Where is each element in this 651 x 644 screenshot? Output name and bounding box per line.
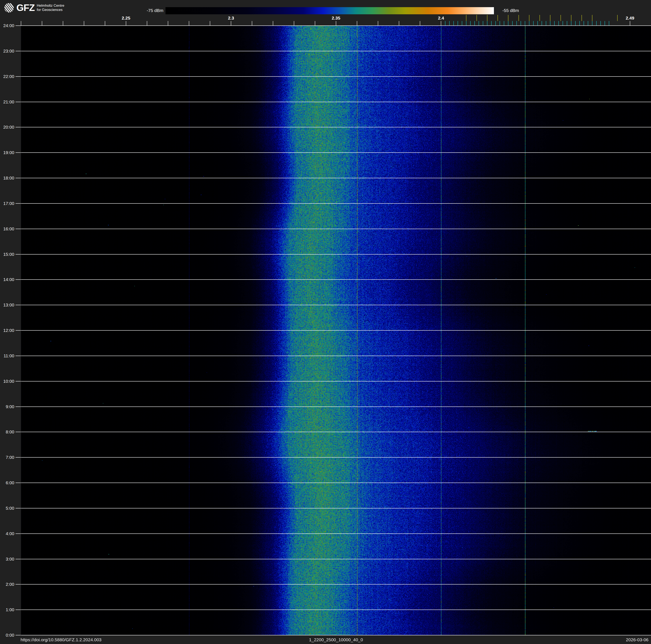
- hour-gridline: [21, 254, 651, 255]
- ble-channel-tick: [537, 21, 538, 26]
- freq-tick: [42, 21, 42, 26]
- hour-gridline: [21, 584, 651, 585]
- time-tick: [16, 508, 21, 508]
- time-tick-label: 16:00: [0, 226, 14, 231]
- time-tick-label: 17:00: [0, 201, 14, 206]
- freq-tick: [147, 21, 147, 26]
- freq-tick: [126, 21, 126, 26]
- wifi-channel-tick: [476, 15, 477, 21]
- ble-channel-tick: [483, 21, 483, 26]
- time-tick-label: 1:00: [0, 607, 14, 612]
- time-tick-label: 22:00: [0, 74, 14, 79]
- time-tick-label: 4:00: [0, 531, 14, 536]
- freq-tick-label: 2.25: [122, 16, 130, 21]
- time-tick: [16, 407, 21, 407]
- ble-channel-tick: [571, 21, 571, 26]
- time-tick-label: 3:00: [0, 557, 14, 562]
- gfz-logo-subtitle-line1: Helmholtz Centre: [37, 4, 64, 8]
- freq-tick: [336, 21, 336, 26]
- ble-channel-tick: [512, 21, 513, 26]
- time-tick: [16, 203, 21, 204]
- wifi-channel-tick: [571, 15, 571, 21]
- ble-channel-tick: [558, 21, 559, 26]
- time-tick-label: 5:00: [0, 506, 14, 511]
- ble-channel-tick: [487, 21, 488, 26]
- time-tick: [16, 127, 21, 127]
- time-tick-label: 18:00: [0, 176, 14, 180]
- time-tick: [16, 305, 21, 305]
- time-tick: [16, 610, 21, 610]
- hour-gridline: [21, 559, 651, 559]
- ble-channel-tick: [584, 21, 584, 26]
- doi-link: https://doi.org/10.5880/GFZ.1.2.2024.003: [21, 637, 101, 642]
- time-tick-label: 15:00: [0, 252, 14, 257]
- time-tick-label: 7:00: [0, 455, 14, 460]
- ble-channel-tick: [550, 21, 550, 26]
- colorbar: [165, 7, 494, 14]
- dataset-id-label: 1_2200_2500_10000_40_0: [309, 637, 363, 642]
- date-label: 2026-03-06: [626, 637, 649, 642]
- wifi-channel-tick: [582, 15, 582, 21]
- ble-channel-tick: [491, 21, 492, 26]
- ble-channel-tick: [563, 21, 563, 26]
- hour-gridline: [21, 25, 651, 26]
- hour-gridline: [21, 635, 651, 635]
- freq-tick-label: 2.4: [438, 16, 444, 21]
- hour-gridline: [21, 76, 651, 77]
- hour-gridline: [21, 152, 651, 153]
- hour-gridline: [21, 610, 651, 610]
- gfz-logo-brand: GFZ: [17, 3, 35, 12]
- time-tick-label: 20:00: [0, 125, 14, 130]
- wifi-channel-tick: [560, 15, 561, 21]
- time-tick: [16, 533, 21, 534]
- time-tick: [16, 279, 21, 280]
- wifi-channel-tick: [508, 15, 508, 21]
- ble-channel-tick: [529, 21, 529, 26]
- time-tick: [16, 152, 21, 153]
- ble-channel-tick: [445, 21, 445, 26]
- colorbar-max-label: -55 dBm: [502, 8, 519, 13]
- time-tick-label: 6:00: [0, 480, 14, 485]
- ble-channel-tick: [525, 21, 525, 26]
- ble-channel-tick: [567, 21, 567, 26]
- time-tick-label: 10:00: [0, 379, 14, 384]
- time-tick: [16, 229, 21, 229]
- ble-channel-tick: [458, 21, 458, 26]
- gfz-logo-subtitle-line2: for Geosciences: [37, 8, 64, 12]
- ble-channel-tick: [604, 21, 605, 26]
- hour-gridline: [21, 279, 651, 280]
- ble-channel-tick: [592, 21, 592, 26]
- hour-gridline: [21, 203, 651, 204]
- ble-channel-tick: [533, 21, 534, 26]
- hour-gridline: [21, 432, 651, 432]
- freq-tick: [210, 21, 210, 26]
- freq-tick: [252, 21, 252, 26]
- ble-channel-tick: [609, 21, 609, 26]
- ble-channel-tick: [600, 21, 601, 26]
- hour-gridline: [21, 533, 651, 534]
- freq-tick: [84, 21, 84, 26]
- freq-tick: [105, 21, 105, 26]
- ble-channel-tick: [596, 21, 597, 26]
- time-tick: [16, 25, 21, 26]
- hour-gridline: [21, 178, 651, 178]
- time-tick-label: 13:00: [0, 302, 14, 308]
- spectrogram-plot: [21, 26, 651, 635]
- freq-tick: [21, 21, 21, 26]
- time-tick: [16, 76, 21, 77]
- wifi-channel-tick: [617, 15, 618, 21]
- colorbar-min-label: -75 dBm: [126, 8, 163, 13]
- ble-channel-tick: [466, 21, 466, 26]
- gfz-logo-icon: [4, 3, 14, 12]
- hour-gridline: [21, 482, 651, 483]
- wifi-channel-tick: [497, 15, 498, 21]
- wifi-channel-tick: [529, 15, 529, 21]
- time-tick: [16, 482, 21, 483]
- ble-channel-tick: [500, 21, 500, 26]
- hour-gridline: [21, 305, 651, 305]
- wifi-channel-tick: [487, 15, 488, 21]
- freq-tick: [189, 21, 189, 26]
- ble-channel-tick: [546, 21, 546, 26]
- freq-tick-label: 2.35: [332, 16, 340, 21]
- ble-channel-tick: [554, 21, 555, 26]
